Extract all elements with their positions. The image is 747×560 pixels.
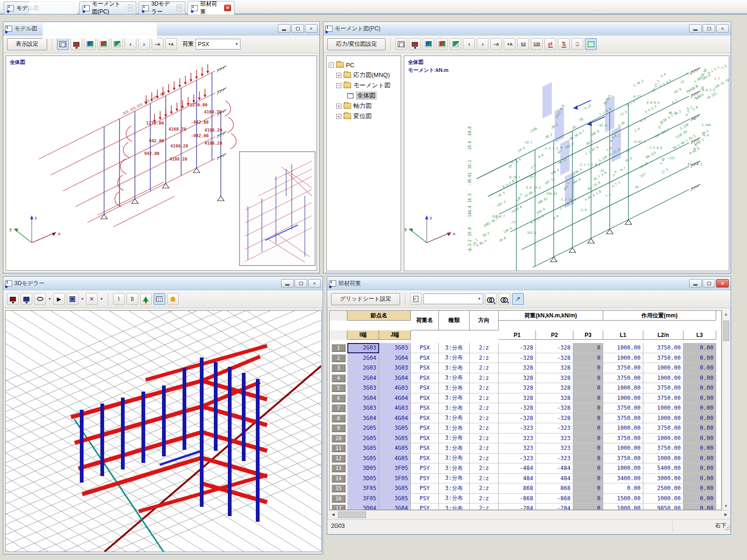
table-cell[interactable]: 0 bbox=[573, 504, 603, 510]
table-cell[interactable]: -328 bbox=[499, 403, 536, 413]
table-cell[interactable]: 2:z bbox=[470, 483, 499, 494]
table-cell[interactable]: 0 bbox=[573, 363, 603, 373]
table-cell[interactable]: 0 bbox=[573, 434, 603, 444]
table-cell[interactable]: 3750.00 bbox=[643, 443, 684, 454]
table-cell[interactable]: PSX bbox=[411, 393, 439, 404]
table-cell[interactable]: 1000.00 bbox=[603, 393, 643, 404]
table-cell[interactable]: 0.00 bbox=[684, 474, 716, 484]
table-cell[interactable]: 2:z bbox=[470, 434, 499, 444]
table-cell[interactable]: 1000.00 bbox=[643, 403, 684, 413]
table-cell[interactable]: 323 bbox=[536, 434, 573, 444]
row-number[interactable]: 13 bbox=[330, 463, 347, 474]
close-button[interactable]: × bbox=[716, 24, 729, 33]
render-view-icon[interactable] bbox=[7, 293, 19, 305]
table-cell[interactable]: 323 bbox=[499, 434, 536, 444]
table-cell[interactable]: 0.00 bbox=[684, 423, 716, 434]
table-cell[interactable]: 2:z bbox=[470, 403, 499, 413]
table-cell[interactable]: 3750.00 bbox=[643, 383, 684, 393]
table-cell[interactable]: -323 bbox=[536, 423, 573, 434]
row-number[interactable]: 15 bbox=[330, 483, 347, 494]
table-cell[interactable]: 3750.00 bbox=[603, 363, 643, 373]
table-cell[interactable]: 1000.00 bbox=[603, 443, 643, 454]
table-cell[interactable]: PSX bbox=[411, 373, 439, 384]
table-cell[interactable]: 3G04 bbox=[347, 393, 379, 404]
tree-node-moment[interactable]: − モーメント図 bbox=[329, 80, 399, 91]
collapse-icon[interactable]: − bbox=[336, 83, 341, 88]
yz-view-icon[interactable]: YZ bbox=[111, 38, 123, 50]
table-cell[interactable]: 3G03 bbox=[379, 343, 411, 353]
walk-icon[interactable]: ⌇ bbox=[113, 293, 125, 305]
table-cell[interactable]: 0 bbox=[573, 483, 603, 494]
table-cell[interactable]: -328 bbox=[536, 413, 573, 424]
table-cell[interactable]: 3G03 bbox=[347, 403, 379, 413]
table-cell[interactable]: 3:分布 bbox=[439, 403, 470, 413]
font-larger-icon[interactable]: +A bbox=[504, 38, 515, 50]
table-cell[interactable]: 328 bbox=[536, 373, 573, 384]
table-cell[interactable]: 2:z bbox=[470, 363, 499, 373]
table-cell[interactable]: 0 bbox=[573, 373, 603, 384]
table-cell[interactable]: 0.00 bbox=[684, 403, 716, 413]
table-cell[interactable]: 1000.00 bbox=[643, 434, 684, 444]
presentation-icon[interactable] bbox=[409, 38, 421, 50]
row-number[interactable]: 1 bbox=[330, 343, 347, 353]
table-cell[interactable]: 328 bbox=[499, 373, 536, 384]
table-cell[interactable]: 3G05 bbox=[379, 423, 411, 434]
table-cell[interactable]: PSX bbox=[411, 434, 439, 444]
minimize-button[interactable] bbox=[278, 24, 290, 33]
xy-view-icon[interactable]: XY bbox=[423, 38, 434, 50]
table-row[interactable]: 83G044G04PSX3:分布2:z-328-32803750.001000.… bbox=[330, 413, 721, 424]
fit-view-icon[interactable] bbox=[57, 38, 69, 50]
vertical-scrollbar[interactable]: ▲ ▼ bbox=[722, 310, 730, 510]
table-cell[interactable]: 3G03 bbox=[379, 363, 411, 373]
table-row[interactable]: 92G053G05PSX3:分布2:z-323-32301000.003750.… bbox=[330, 423, 721, 434]
table-cell[interactable]: 2500.00 bbox=[643, 483, 684, 494]
table-row[interactable]: 12G033G03PSX3:分布2:z-328-32801000.003750.… bbox=[330, 343, 721, 353]
table-cell[interactable]: -484 bbox=[499, 463, 536, 474]
minimize-button[interactable] bbox=[689, 279, 702, 287]
table-cell[interactable]: 484 bbox=[536, 474, 573, 484]
table-cell[interactable]: 3750.00 bbox=[643, 393, 684, 404]
tree-node-pc[interactable]: − PC bbox=[329, 60, 399, 70]
table-cell[interactable]: 1000.00 bbox=[603, 423, 643, 434]
row-number[interactable]: 8 bbox=[330, 413, 347, 424]
find-previous-icon[interactable]: ▲ bbox=[485, 293, 497, 305]
next-view-icon[interactable]: › bbox=[477, 38, 488, 50]
table-cell[interactable]: 9850.00 bbox=[643, 504, 684, 510]
table-cell[interactable]: PSX bbox=[411, 423, 439, 434]
swap-axis-icon[interactable]: ⇄ bbox=[544, 38, 556, 50]
row-number[interactable]: 16 bbox=[330, 494, 347, 504]
close-button[interactable]: × bbox=[305, 24, 317, 33]
table-cell[interactable]: 328 bbox=[536, 383, 573, 393]
table-cell[interactable]: 2G04 bbox=[347, 353, 379, 364]
scroll-right-icon[interactable]: ▶ bbox=[722, 511, 730, 518]
scroll-down-icon[interactable]: ▼ bbox=[722, 502, 730, 510]
stress-display-settings-button[interactable]: 応力/変位図設定 bbox=[327, 38, 386, 50]
table-cell[interactable]: 1000.00 bbox=[643, 454, 684, 464]
table-cell[interactable]: PSX bbox=[411, 454, 439, 464]
table-cell[interactable]: 2:z bbox=[470, 504, 499, 510]
table-cell[interactable]: 3750.00 bbox=[643, 343, 684, 353]
table-cell[interactable]: 0 bbox=[573, 474, 603, 484]
dropdown-caret-icon[interactable]: ▼ bbox=[48, 297, 51, 301]
maximize-button[interactable] bbox=[703, 279, 715, 287]
table-cell[interactable]: -284 bbox=[536, 504, 573, 510]
tree-node-displacement[interactable]: + 変位図 bbox=[329, 111, 399, 121]
table-cell[interactable]: 0.00 bbox=[684, 363, 716, 373]
table-cell[interactable]: 0 bbox=[573, 494, 603, 504]
table-cell[interactable]: 1000.00 bbox=[603, 504, 643, 510]
table-cell[interactable]: PSX bbox=[411, 343, 439, 353]
grid-sheet-settings-button[interactable]: グリッドシート設定 bbox=[331, 293, 400, 305]
expand-icon[interactable]: + bbox=[336, 114, 341, 119]
row-number[interactable]: 7 bbox=[330, 403, 347, 413]
table-cell[interactable]: 1000.00 bbox=[643, 413, 684, 424]
close-button[interactable]: × bbox=[308, 279, 321, 287]
table-cell[interactable]: -328 bbox=[536, 353, 573, 364]
table-cell[interactable]: 3F05 bbox=[347, 483, 379, 494]
table-cell[interactable]: 4G04 bbox=[379, 413, 411, 424]
table-cell[interactable]: 3F05 bbox=[379, 474, 411, 484]
modeler-window-titlebar[interactable]: 3Dモデラー × bbox=[3, 277, 323, 290]
expand-icon[interactable]: + bbox=[336, 73, 341, 78]
scrollbar-thumb[interactable] bbox=[723, 321, 729, 341]
table-row[interactable]: 63G044G04PSX3:分布2:z32832801000.003750.00… bbox=[330, 393, 721, 404]
table-cell[interactable]: -328 bbox=[499, 343, 536, 353]
